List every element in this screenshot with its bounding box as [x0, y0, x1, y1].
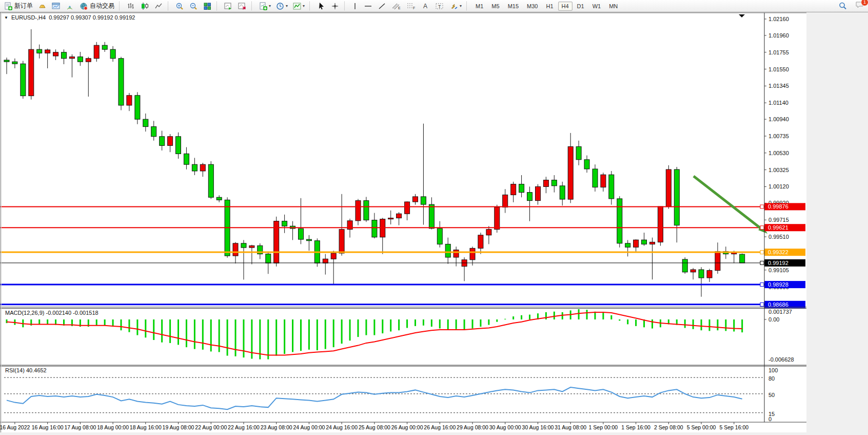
horizontal-line-button[interactable]: [362, 1, 374, 12]
chart-symbol-label: EURUSD-,H4: [11, 14, 46, 21]
time-label: 16 Aug 16:00: [32, 424, 64, 430]
time-label: 22 Aug 00:00: [195, 424, 227, 430]
time-label: 26 Aug 00:00: [391, 424, 423, 430]
time-label: 18 Aug 00:00: [97, 424, 129, 430]
time-label: 23 Aug 08:00: [261, 424, 292, 430]
equidistant-channel-button[interactable]: E: [389, 1, 403, 12]
fibonacci-button[interactable]: F: [404, 1, 418, 12]
arrows-icon: [450, 2, 459, 10]
price-tick-label: 1.00735: [768, 133, 789, 139]
price-tick-label: 1.01140: [768, 100, 788, 106]
vertical-line-button[interactable]: [350, 1, 361, 12]
rsi-indicator-label: RSI(14) 40.4652: [5, 367, 47, 373]
time-label: 30 Aug 16:00: [522, 424, 554, 430]
tile-windows-button[interactable]: [201, 1, 214, 12]
chart-ohlc-values: 0.99297 0.99307 0.99192 0.99192: [49, 14, 135, 21]
macd-scale-min: -0.006628: [768, 356, 794, 363]
signals-icon: [66, 2, 74, 10]
chart-shift-button[interactable]: [236, 1, 249, 12]
profiles-icon: [276, 2, 285, 10]
chart-window[interactable]: 1.021601.019601.017551.015501.013451.011…: [0, 12, 806, 435]
fibonacci-icon: F: [406, 2, 416, 10]
candlestick-chart-button[interactable]: [139, 1, 151, 12]
timeframe-M1-button[interactable]: M1: [472, 2, 487, 11]
svg-text:T: T: [438, 4, 441, 9]
line-chart-button[interactable]: [152, 1, 165, 12]
bar-chart-button[interactable]: [125, 1, 137, 12]
price-line-badge: 0.99621: [768, 224, 788, 231]
new-chart-button[interactable]: ▾: [257, 1, 273, 12]
signals-button[interactable]: [64, 1, 76, 12]
time-label: 19 Aug 08:00: [163, 424, 194, 430]
timeframe-M30-button[interactable]: M30: [523, 2, 541, 11]
price-tick-label: 1.01550: [768, 66, 789, 72]
crosshair-button[interactable]: [329, 1, 342, 12]
new-order-button[interactable]: 新订单: [2, 1, 35, 12]
profiles-button[interactable]: ▾: [274, 1, 290, 12]
text-icon: A: [421, 2, 430, 10]
toolbar-separator: [344, 2, 348, 10]
text-button[interactable]: A: [419, 1, 432, 12]
time-label: 26 Aug 16:00: [424, 424, 456, 430]
time-axis[interactable]: 16 Aug 202216 Aug 16:0017 Aug 08:0018 Au…: [0, 423, 764, 432]
autotrading-button-label: 自动交易: [90, 2, 114, 10]
charts-window-button[interactable]: [50, 1, 63, 12]
new-order-icon: [4, 2, 13, 10]
timeframe-toolbar: M1M5M15M30H1H4D1W1MN: [471, 0, 622, 12]
time-label: 17 Aug 08:00: [64, 424, 96, 430]
text-label-button[interactable]: T: [433, 1, 447, 12]
rsi-name: RSI(14): [5, 367, 25, 373]
timeframe-W1-button[interactable]: W1: [589, 2, 605, 11]
zoom-out-icon: [189, 2, 198, 10]
gold-icon: [38, 2, 47, 10]
notifications-button[interactable]: 1: [855, 1, 865, 11]
chevron-down-icon[interactable]: ▾: [286, 4, 288, 8]
window-bottom-strip: [0, 432, 806, 435]
macd-scale-max: 0.001737: [768, 309, 792, 315]
arrows-button[interactable]: ▾: [448, 1, 464, 12]
zoom-out-button[interactable]: [187, 1, 200, 12]
time-label: 24 Aug 00:00: [293, 424, 325, 430]
chevron-down-icon[interactable]: ▾: [460, 4, 462, 8]
time-label: 29 Aug 08:00: [457, 424, 488, 430]
time-label: 31 Aug 08:00: [555, 424, 586, 430]
zoom-in-button[interactable]: [173, 1, 186, 12]
gold-button[interactable]: [36, 1, 49, 12]
price-tick-label: 0.99715: [768, 217, 789, 223]
cursor-button[interactable]: [315, 1, 328, 12]
time-label: 24 Aug 16:00: [326, 424, 358, 430]
chart-title-collapse-icon[interactable]: ▼: [4, 15, 8, 20]
toolbar-separator: [216, 2, 220, 10]
indicators-button[interactable]: ▾: [291, 1, 307, 12]
indicators-icon: [293, 2, 302, 10]
rsi-scale-label: 100: [768, 367, 778, 373]
search-button[interactable]: [836, 1, 850, 12]
zoom-in-icon: [175, 2, 184, 10]
toolbar-separator: [251, 2, 255, 10]
timeframe-M5-button[interactable]: M5: [488, 2, 503, 11]
auto-scroll-button[interactable]: [222, 1, 235, 12]
charts-icon: [52, 2, 61, 10]
price-line-badge: 0.98686: [768, 301, 788, 308]
timeframe-H1-button[interactable]: H1: [542, 2, 557, 11]
chevron-down-icon[interactable]: ▾: [303, 4, 305, 8]
macd-name: MACD(12,26,9): [5, 310, 44, 316]
toolbar-separator: [466, 2, 470, 10]
chevron-down-icon[interactable]: ▾: [269, 4, 271, 8]
time-label: 30 Aug 00:00: [489, 424, 521, 430]
vline-icon: [352, 2, 359, 10]
timeframe-M15-button[interactable]: M15: [504, 2, 522, 11]
timeframe-D1-button[interactable]: D1: [574, 2, 588, 11]
price-tick-label: 1.01755: [768, 49, 789, 55]
cursor-icon: [317, 2, 326, 10]
time-label: 18 Aug 16:00: [130, 424, 162, 430]
macd-indicator-label: MACD(12,26,9) -0.002140 -0.001518: [5, 310, 98, 316]
price-chart[interactable]: 1.021601.019601.017551.015501.013451.011…: [0, 12, 806, 435]
time-label: 25 Aug 08:00: [359, 424, 390, 430]
timeframe-MN-button[interactable]: MN: [605, 2, 621, 11]
price-tick-label: 1.00325: [768, 167, 789, 173]
price-line-badge: 0.99322: [768, 249, 788, 255]
trendline-button[interactable]: [376, 1, 388, 12]
autotrading-button[interactable]: 自动交易: [77, 1, 116, 12]
timeframe-H4-button[interactable]: H4: [558, 2, 573, 11]
